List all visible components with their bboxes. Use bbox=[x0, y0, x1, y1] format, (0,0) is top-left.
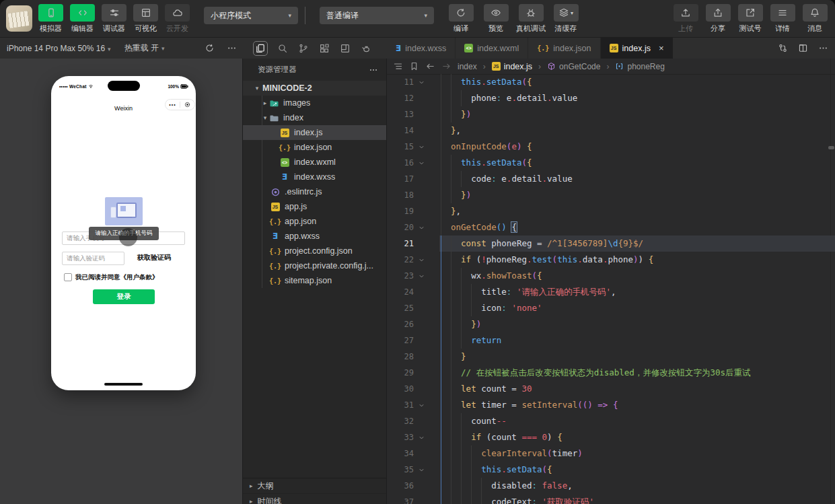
code-line-34[interactable]: 34clearInterval(timer) bbox=[387, 445, 835, 462]
code-line-13[interactable]: 13}) bbox=[387, 106, 835, 122]
code-line-27[interactable]: 27return bbox=[387, 332, 835, 349]
code-line-35[interactable]: 35this.setData({ bbox=[387, 462, 835, 478]
chevron-down-icon[interactable]: ▾ bbox=[262, 114, 268, 121]
refresh-icon[interactable] bbox=[205, 43, 215, 53]
code-line-18[interactable]: 18}) bbox=[387, 187, 835, 203]
close-icon[interactable]: × bbox=[659, 44, 664, 52]
code-line-16[interactable]: 16this.setData({ bbox=[387, 155, 835, 171]
fold-chevron-icon[interactable] bbox=[414, 159, 429, 167]
teapot-icon[interactable] bbox=[361, 43, 371, 54]
code-line-23[interactable]: 23wx.showToast({ bbox=[387, 268, 835, 284]
code-line-25[interactable]: 25icon: 'none' bbox=[387, 300, 835, 316]
toolbar-button-share-icon[interactable]: 分享 bbox=[702, 4, 734, 34]
code-line-22[interactable]: 22if (!phoneReg.test(this.data.phone)) { bbox=[387, 252, 835, 268]
tree-item-app.json[interactable]: {.}app.json bbox=[243, 214, 386, 229]
tree-item-index.json[interactable]: {.}index.json bbox=[243, 140, 386, 155]
breadcrumb-item-onGetCode[interactable]: onGetCode bbox=[547, 62, 600, 71]
minimize-target-icon[interactable] bbox=[180, 102, 194, 108]
code-line-33[interactable]: 33if (count === 0) { bbox=[387, 429, 835, 445]
breadcrumb-item-phoneReg[interactable]: phoneReg bbox=[615, 62, 664, 71]
agreement-checkbox[interactable] bbox=[64, 273, 72, 281]
code-line-15[interactable]: 15onInputCode(e) { bbox=[387, 139, 835, 155]
more-icon[interactable]: ••• bbox=[166, 102, 180, 107]
arrow-left-icon[interactable] bbox=[425, 61, 435, 71]
capsule-menu[interactable]: ••• bbox=[165, 99, 195, 110]
fold-chevron-icon[interactable] bbox=[414, 273, 429, 280]
more-icon[interactable] bbox=[818, 43, 828, 53]
editor-layout-icon[interactable] bbox=[340, 43, 351, 54]
code-line-12[interactable]: 12phone: e.detail.value bbox=[387, 90, 835, 106]
tree-item-project.private.config.j...[interactable]: {.}project.private.config.j... bbox=[243, 258, 386, 273]
tree-item-app.js[interactable]: JSapp.js bbox=[243, 199, 386, 214]
search-icon[interactable] bbox=[277, 43, 288, 54]
tree-item-.eslintrc.js[interactable]: .eslintrc.js bbox=[243, 184, 386, 199]
fold-chevron-icon[interactable] bbox=[414, 466, 429, 474]
git-branch-icon[interactable] bbox=[298, 43, 309, 54]
sync-icon[interactable] bbox=[778, 43, 788, 53]
tree-item-index.wxss[interactable]: Eindex.wxss bbox=[243, 170, 386, 184]
tab-index.js[interactable]: JSindex.js× bbox=[601, 38, 673, 59]
bookmark-icon[interactable] bbox=[409, 61, 419, 71]
fold-chevron-icon[interactable] bbox=[414, 256, 429, 264]
code-line-14[interactable]: 14}, bbox=[387, 122, 835, 139]
extensions-icon[interactable] bbox=[319, 43, 330, 54]
user-avatar[interactable] bbox=[6, 5, 32, 32]
hot-reload-toggle[interactable]: 热重载 开▾ bbox=[124, 42, 165, 54]
code-line-31[interactable]: 31let timer = setInterval(() => { bbox=[387, 397, 835, 413]
toolbar-button-sliders-icon[interactable]: 调试器 bbox=[98, 4, 130, 34]
explorer-section-时间线[interactable]: ▸时间线 bbox=[243, 494, 386, 504]
toolbar-button-refresh-icon[interactable]: 编译 bbox=[443, 4, 478, 34]
mode-dropdown[interactable]: 小程序模式 ▾ bbox=[204, 7, 298, 24]
fold-chevron-icon[interactable] bbox=[414, 434, 429, 441]
explorer-section-大纲[interactable]: ▸大纲 bbox=[243, 478, 386, 494]
code-line-28[interactable]: 28} bbox=[387, 349, 835, 365]
toolbar-button-eye-icon[interactable]: 预览 bbox=[478, 4, 513, 34]
more-icon[interactable] bbox=[369, 65, 378, 75]
fold-chevron-icon[interactable] bbox=[414, 224, 429, 231]
login-button[interactable]: 登录 bbox=[93, 289, 155, 304]
tree-item-sitemap.json[interactable]: {.}sitemap.json bbox=[243, 273, 386, 288]
arrow-right-icon[interactable] bbox=[441, 61, 451, 71]
tree-item-index[interactable]: ▾index bbox=[243, 110, 386, 125]
get-code-button[interactable]: 获取验证码 bbox=[137, 253, 171, 262]
tree-item-index.js[interactable]: JSindex.js bbox=[243, 125, 386, 140]
code-line-20[interactable]: 20onGetCode() { bbox=[387, 219, 835, 236]
toolbar-button-external-link-icon[interactable]: 测试号 bbox=[734, 4, 766, 34]
tree-item-index.wxml[interactable]: <>index.wxml bbox=[243, 155, 386, 170]
fold-chevron-icon[interactable] bbox=[414, 79, 429, 86]
more-icon[interactable] bbox=[227, 43, 237, 53]
code-line-30[interactable]: 30let count = 30 bbox=[387, 381, 835, 397]
toolbar-button-bell-icon[interactable]: 消息 bbox=[799, 4, 831, 34]
toolbar-button-code-icon[interactable]: 编辑器 bbox=[67, 4, 98, 34]
toolbar-button-menu-lines-icon[interactable]: 详情 bbox=[766, 4, 799, 34]
fold-chevron-icon[interactable] bbox=[414, 402, 429, 409]
tree-item-images[interactable]: ▸images bbox=[243, 96, 386, 110]
split-editor-icon[interactable] bbox=[798, 43, 808, 53]
code-line-29[interactable]: 29// 在按钮被点击后改变按钮状态为disabled，并修改按钮文字为30s后… bbox=[387, 365, 835, 381]
list-outline-icon[interactable] bbox=[393, 61, 403, 71]
code-line-19[interactable]: 19}, bbox=[387, 203, 835, 219]
verification-code-input[interactable]: 请输入验证码 bbox=[62, 252, 124, 265]
code-area[interactable]: 11this.setData({12phone: e.detail.value1… bbox=[387, 74, 835, 504]
tab-index.wxss[interactable]: Eindex.wxss bbox=[387, 38, 456, 59]
code-line-37[interactable]: 37codeText: '获取验证码' bbox=[387, 494, 835, 504]
tree-item-project.config.json[interactable]: {.}project.config.json bbox=[243, 244, 386, 258]
breadcrumb-item-index[interactable]: index bbox=[458, 62, 477, 71]
code-line-11[interactable]: 11this.setData({ bbox=[387, 74, 835, 90]
files-copy-icon[interactable] bbox=[254, 42, 267, 55]
chevron-down-icon[interactable]: ▾ bbox=[254, 85, 260, 92]
compile-dropdown[interactable]: 普通编译 ▾ bbox=[320, 7, 434, 24]
device-selector[interactable]: iPhone 14 Pro Max 50% 16▾ bbox=[7, 44, 111, 53]
tab-index.wxml[interactable]: <>index.wxml bbox=[456, 38, 528, 59]
fold-chevron-icon[interactable] bbox=[414, 143, 429, 151]
code-line-17[interactable]: 17code: e.detail.value bbox=[387, 171, 835, 187]
tab-index.json[interactable]: {.}index.json bbox=[528, 38, 600, 59]
chevron-right-icon[interactable]: ▸ bbox=[262, 100, 268, 106]
code-line-21[interactable]: 21const phoneReg = /^1[3456789]\d{9}$/ bbox=[387, 236, 835, 252]
code-line-24[interactable]: 24title: '请输入正确的手机号码', bbox=[387, 284, 835, 300]
tree-root-MINICODE-2[interactable]: ▾MINICODE-2 bbox=[243, 81, 386, 96]
breadcrumb-item-index.js[interactable]: JSindex.js bbox=[492, 62, 532, 71]
code-line-32[interactable]: 32count-- bbox=[387, 413, 835, 429]
toolbar-button-bug-icon[interactable]: 真机调试 bbox=[513, 4, 548, 34]
code-line-26[interactable]: 26}) bbox=[387, 316, 835, 332]
